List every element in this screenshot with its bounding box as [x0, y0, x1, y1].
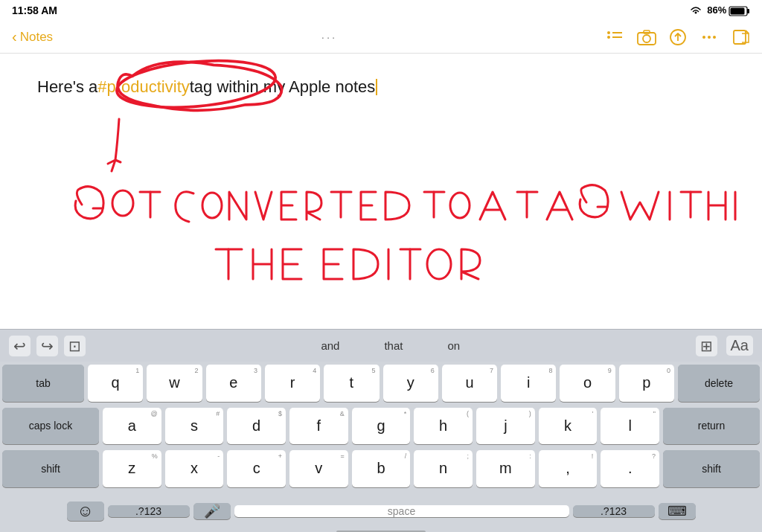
word-suggestion-3[interactable]: on [447, 339, 460, 352]
battery-icon [729, 6, 750, 16]
delete-key[interactable]: delete [678, 365, 760, 402]
time-display: 11:58 AM [12, 4, 57, 16]
key-t[interactable]: 5t [324, 365, 379, 402]
mic-key[interactable]: 🎤 [193, 503, 231, 519]
emoji-key[interactable]: ☺ [67, 501, 104, 521]
toolbar-word-suggestions: and that on [321, 339, 460, 352]
wifi-icon [689, 5, 702, 16]
num-punct-right-key[interactable]: .?123 [573, 505, 655, 517]
status-icons: 86% [689, 4, 750, 16]
format-button[interactable]: Aa [726, 336, 753, 356]
key-i[interactable]: 8i [501, 365, 556, 402]
key-d[interactable]: $d [227, 408, 286, 445]
note-text-line: Here's a #productivity tag within my App… [37, 77, 740, 97]
keyboard-row-1: tab 1q 2w 3e 4r 5t 6y 7u 8i 9o 0p delete [2, 365, 760, 402]
svg-point-12 [702, 36, 705, 39]
key-b[interactable]: /b [352, 450, 411, 487]
key-y[interactable]: 6y [383, 365, 438, 402]
key-e[interactable]: 3e [206, 365, 261, 402]
key-r[interactable]: 4r [265, 365, 320, 402]
tab-key[interactable]: tab [2, 365, 84, 402]
svg-point-27 [450, 193, 470, 218]
key-comma[interactable]: !, [539, 450, 598, 487]
svg-point-14 [713, 36, 716, 39]
key-n[interactable]: ;n [414, 450, 473, 487]
note-prefix: Here's a [37, 77, 97, 97]
toolbar-left-buttons: ↩ ↪ ⊡ [9, 336, 86, 356]
svg-point-22 [202, 193, 222, 218]
note-content-area[interactable]: Here's a #productivity tag within my App… [0, 54, 762, 329]
space-key[interactable]: space [234, 505, 569, 517]
compose-icon[interactable] [732, 29, 750, 45]
word-suggestion-1[interactable]: and [321, 339, 339, 352]
key-m[interactable]: :m [476, 450, 535, 487]
key-f[interactable]: &f [289, 408, 348, 445]
num-punct-left-key[interactable]: .?123 [108, 505, 190, 517]
key-l[interactable]: "l [601, 408, 659, 445]
return-key[interactable]: return [663, 408, 760, 445]
status-bar: 11:58 AM 86% [0, 0, 762, 21]
back-arrow-icon: ‹ [12, 28, 17, 45]
toolbar-right-buttons: ⊞ Aa [696, 336, 753, 356]
keyboard-hide-key[interactable]: ⌨ [659, 503, 696, 519]
key-x[interactable]: -x [165, 450, 224, 487]
keyboard-area: ↩ ↪ ⊡ and that on ⊞ Aa tab 1q 2w 3e 4r 5… [0, 329, 762, 532]
key-k[interactable]: 'k [539, 408, 598, 445]
key-z[interactable]: %z [103, 450, 161, 487]
keyboard-rows: tab 1q 2w 3e 4r 5t 6y 7u 8i 9o 0p delete… [0, 362, 762, 532]
back-button[interactable]: ‹ Notes [12, 28, 53, 45]
word-suggestion-2[interactable]: that [384, 339, 403, 352]
key-a[interactable]: @a [103, 408, 161, 445]
shift-right-key[interactable]: shift [663, 450, 760, 487]
svg-point-40 [427, 249, 451, 279]
svg-point-4 [607, 36, 610, 39]
svg-point-3 [607, 31, 610, 34]
note-suffix: tag within my Apple notes [190, 77, 375, 97]
key-o[interactable]: 9o [560, 365, 615, 402]
handwritten-annotation [30, 104, 729, 320]
share-icon[interactable] [670, 29, 686, 45]
keyboard-row-4: ☺ .?123 🎤 space .?123 ⌨ [2, 493, 760, 531]
key-w[interactable]: 2w [147, 365, 202, 402]
svg-point-19 [112, 190, 133, 216]
back-label: Notes [20, 30, 53, 45]
svg-point-13 [708, 36, 711, 39]
key-c[interactable]: +c [227, 450, 286, 487]
key-u[interactable]: 7u [442, 365, 497, 402]
key-s[interactable]: #s [165, 408, 224, 445]
more-icon[interactable] [699, 29, 719, 45]
dots-indicator: ··· [321, 31, 338, 43]
svg-rect-9 [644, 31, 650, 33]
paste-button[interactable]: ⊡ [64, 336, 86, 356]
keyboard-toolbar: ↩ ↪ ⊡ and that on ⊞ Aa [0, 329, 762, 362]
nav-right-icons [606, 29, 750, 45]
svg-rect-2 [731, 7, 745, 14]
grid-view-button[interactable]: ⊞ [696, 336, 717, 356]
key-p[interactable]: 0p [619, 365, 674, 402]
keyboard-row-3: shift %z -x +c =v /b ;n :m !, ?. shift [2, 450, 760, 487]
shift-left-key[interactable]: shift [2, 450, 99, 487]
text-cursor [376, 79, 377, 95]
key-g[interactable]: *g [352, 408, 411, 445]
key-j[interactable]: )j [476, 408, 535, 445]
keyboard-row-2: caps lock @a #s $d &f *g (h )j 'k "l ret… [2, 408, 760, 445]
svg-rect-1 [747, 9, 749, 13]
svg-point-8 [643, 35, 650, 42]
note-hashtag: #productivity [97, 77, 190, 97]
caps-lock-key[interactable]: caps lock [2, 408, 99, 445]
redo-button[interactable]: ↪ [36, 336, 58, 356]
key-q[interactable]: 1q [88, 365, 143, 402]
key-h[interactable]: (h [414, 408, 473, 445]
nav-bar: ‹ Notes ··· [0, 21, 762, 54]
camera-icon[interactable] [637, 29, 656, 45]
key-period[interactable]: ?. [601, 450, 659, 487]
battery-display: 86% [707, 4, 750, 16]
list-icon[interactable] [606, 29, 624, 45]
key-v[interactable]: =v [289, 450, 348, 487]
undo-button[interactable]: ↩ [9, 336, 31, 356]
